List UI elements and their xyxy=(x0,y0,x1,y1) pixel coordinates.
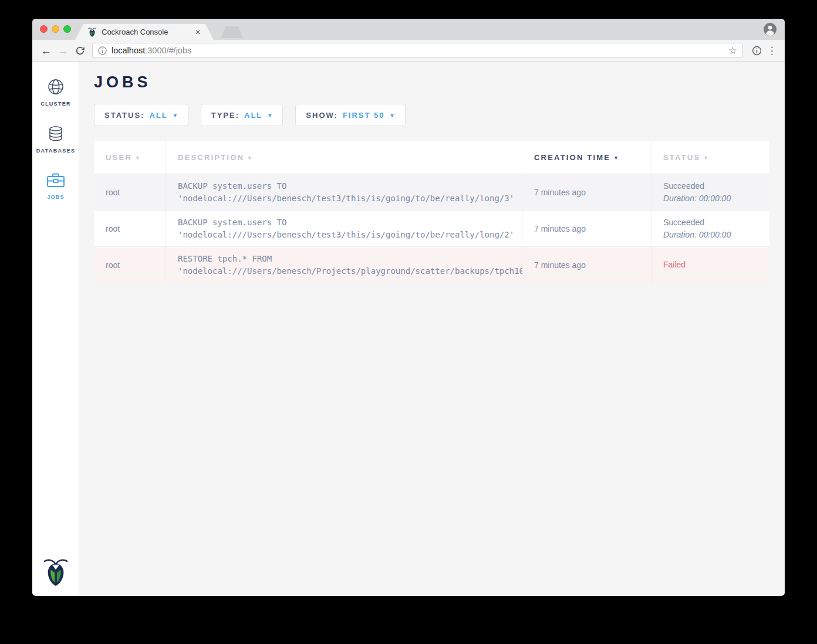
status-duration: Duration: 00:00:00 xyxy=(663,192,769,205)
description-line: 'nodelocal:///Users/benesch/Projects/pla… xyxy=(178,265,522,277)
page-title: JOBS xyxy=(94,73,785,91)
tab-title: Cockroach Console xyxy=(102,28,190,36)
new-tab-button[interactable] xyxy=(221,26,242,38)
status-cell: Succeeded Duration: 00:00:00 xyxy=(651,174,769,211)
table-row: root BACKUP system.users TO 'nodelocal:/… xyxy=(94,174,769,211)
sort-caret-icon: ▾ xyxy=(136,155,140,161)
briefcase-icon xyxy=(46,172,65,189)
column-label: DESCRIPTION xyxy=(178,153,244,162)
sidebar-item-cluster[interactable]: CLUSTER xyxy=(32,69,79,116)
column-label: CREATION TIME xyxy=(534,153,610,162)
sidebar-item-jobs[interactable]: JOBS xyxy=(32,162,79,209)
description-line: 'nodelocal:///Users/benesch/test3/this/i… xyxy=(178,229,522,241)
sidebar-item-label: DATABASES xyxy=(36,148,75,154)
filter-value: ALL xyxy=(149,111,167,120)
jobs-page: JOBS STATUS: ALL ▾ TYPE: ALL ▾ SHOW: FIR… xyxy=(79,62,785,595)
database-icon xyxy=(47,125,65,143)
column-label: USER xyxy=(106,153,132,162)
globe-icon xyxy=(47,78,65,96)
type-filter-dropdown[interactable]: TYPE: ALL ▾ xyxy=(201,104,283,126)
tab-close-icon[interactable]: ✕ xyxy=(195,28,201,36)
address-bar[interactable]: localhost:3000/#/jobs ☆ xyxy=(92,43,743,58)
filter-bar: STATUS: ALL ▾ TYPE: ALL ▾ SHOW: FIRST 50… xyxy=(94,104,785,126)
description-cell: RESTORE tpch.* FROM 'nodelocal:///Users/… xyxy=(166,247,522,283)
user-cell: root xyxy=(94,211,166,247)
cockroach-logo xyxy=(43,557,68,588)
table-row: root RESTORE tpch.* FROM 'nodelocal:///U… xyxy=(94,247,769,283)
reload-icon[interactable] xyxy=(72,46,88,56)
sort-caret-icon: ▾ xyxy=(615,155,619,161)
column-label: STATUS xyxy=(663,153,700,162)
info-icon[interactable] xyxy=(98,46,107,55)
sidebar: CLUSTER DATABASES xyxy=(32,62,79,595)
minimize-window-button[interactable] xyxy=(52,25,59,33)
column-header-user[interactable]: USER ▾ xyxy=(94,141,166,174)
status-label: Succeeded xyxy=(663,216,769,229)
description-line: BACKUP system.users TO xyxy=(178,216,522,229)
url-text[interactable]: localhost:3000/#/jobs xyxy=(112,46,728,55)
chevron-down-icon: ▾ xyxy=(391,112,395,118)
browser-window: Cockroach Console ✕ ← → xyxy=(32,19,785,596)
zoom-window-button[interactable] xyxy=(63,25,71,33)
tab-strip: Cockroach Console ✕ xyxy=(32,19,785,40)
filter-label: STATUS: xyxy=(104,111,144,120)
table-row: root BACKUP system.users TO 'nodelocal:/… xyxy=(94,211,769,247)
table-header-row: USER ▾ DESCRIPTION ▾ CREATION TIME ▾ STA… xyxy=(94,141,769,174)
filter-label: SHOW: xyxy=(306,111,338,120)
status-filter-dropdown[interactable]: STATUS: ALL ▾ xyxy=(94,104,188,126)
user-cell: root xyxy=(94,247,166,283)
filter-label: TYPE: xyxy=(211,111,239,120)
creation-time-cell: 7 minutes ago xyxy=(522,174,651,211)
jobs-table: USER ▾ DESCRIPTION ▾ CREATION TIME ▾ STA… xyxy=(94,141,769,283)
description-cell: BACKUP system.users TO 'nodelocal:///Use… xyxy=(166,174,522,211)
browser-tab[interactable]: Cockroach Console ✕ xyxy=(83,24,205,40)
back-icon[interactable]: ← xyxy=(38,45,54,56)
description-line: BACKUP system.users TO xyxy=(178,180,522,192)
sidebar-item-label: JOBS xyxy=(47,194,65,200)
forward-icon[interactable]: → xyxy=(55,45,71,56)
column-header-status[interactable]: STATUS ▾ xyxy=(651,141,769,174)
show-filter-dropdown[interactable]: SHOW: FIRST 50 ▾ xyxy=(295,104,405,126)
status-duration: Duration: 00:00:00 xyxy=(663,229,769,241)
sort-caret-icon: ▾ xyxy=(704,155,708,161)
status-cell: Failed xyxy=(651,247,769,283)
description-cell: BACKUP system.users TO 'nodelocal:///Use… xyxy=(166,211,522,247)
extension-icon[interactable] xyxy=(748,46,765,56)
window-controls xyxy=(40,25,71,33)
chevron-down-icon: ▾ xyxy=(174,112,178,118)
close-window-button[interactable] xyxy=(40,25,48,33)
cockroach-favicon xyxy=(88,27,96,38)
status-label: Succeeded xyxy=(663,180,769,192)
creation-time-cell: 7 minutes ago xyxy=(522,211,651,247)
user-cell: root xyxy=(94,174,166,211)
column-header-creation-time[interactable]: CREATION TIME ▾ xyxy=(522,141,651,174)
app-content: CLUSTER DATABASES xyxy=(32,62,785,595)
url-host: localhost xyxy=(112,46,145,55)
filter-value: FIRST 50 xyxy=(343,111,385,120)
status-label: Failed xyxy=(663,259,769,271)
bookmark-star-icon[interactable]: ☆ xyxy=(728,45,737,57)
profile-icon[interactable] xyxy=(764,23,777,36)
sort-caret-icon: ▾ xyxy=(248,155,252,161)
filter-value: ALL xyxy=(244,111,262,120)
status-cell: Succeeded Duration: 00:00:00 xyxy=(651,211,769,247)
creation-time-cell: 7 minutes ago xyxy=(522,247,651,283)
url-path: :3000/#/jobs xyxy=(145,46,191,55)
menu-dots-icon[interactable]: ⋮ xyxy=(766,45,778,57)
browser-toolbar: ← → localhost:3000/#/jobs ☆ xyxy=(32,40,785,62)
sidebar-item-databases[interactable]: DATABASES xyxy=(32,116,79,162)
sidebar-item-label: CLUSTER xyxy=(40,101,71,107)
description-line: RESTORE tpch.* FROM xyxy=(178,253,522,265)
description-line: 'nodelocal:///Users/benesch/test3/this/i… xyxy=(178,192,522,205)
column-header-description[interactable]: DESCRIPTION ▾ xyxy=(166,141,522,174)
chevron-down-icon: ▾ xyxy=(268,112,272,118)
